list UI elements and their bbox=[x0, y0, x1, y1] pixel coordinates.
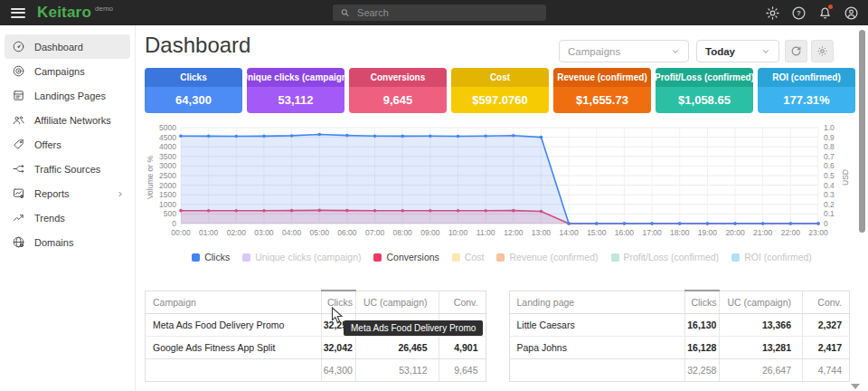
legend-item-clicks[interactable]: Clicks bbox=[192, 252, 230, 262]
sidebar-item-affiliate-networks[interactable]: Affiliate Networks bbox=[5, 108, 130, 132]
table-row[interactable]: Little Caesars 16,130 13,366 2,327 bbox=[509, 314, 850, 337]
svg-text:20:00: 20:00 bbox=[725, 228, 745, 237]
legend-swatch bbox=[496, 253, 505, 262]
legend-item-profit-loss[interactable]: Profit/Loss (confirmed) bbox=[611, 252, 720, 262]
sidebar-item-label: Domains bbox=[34, 237, 73, 248]
conv-value: 2,417 bbox=[803, 337, 850, 359]
legend-item-revenue[interactable]: Revenue (confirmed) bbox=[496, 252, 598, 262]
svg-text:08:00: 08:00 bbox=[393, 228, 413, 237]
svg-text:12:00: 12:00 bbox=[504, 228, 524, 237]
svg-text:0: 0 bbox=[824, 219, 828, 228]
svg-text:0.9: 0.9 bbox=[824, 133, 835, 142]
sidebar-item-domains[interactable]: Domains bbox=[5, 230, 130, 254]
campaigns-filter-select[interactable]: Campaigns bbox=[559, 40, 689, 62]
svg-text:0.6: 0.6 bbox=[824, 161, 835, 170]
table-row[interactable]: Papa Johns 16,128 13,281 2,417 bbox=[509, 337, 850, 359]
vertical-scrollbar[interactable] bbox=[859, 30, 865, 233]
sidebar-item-label: Dashboard bbox=[34, 42, 83, 52]
settings-gear-icon[interactable] bbox=[765, 5, 780, 21]
svg-text:17:00: 17:00 bbox=[642, 228, 662, 237]
col-header-uc[interactable]: UC (campaign) bbox=[355, 291, 439, 314]
svg-text:0: 0 bbox=[172, 219, 176, 228]
stat-card-value: 177.31% bbox=[758, 87, 855, 113]
summary-tables: Campaign Clicks UC (campaign) Conv. Meta… bbox=[145, 290, 850, 382]
notification-dot bbox=[828, 5, 833, 9]
sidebar-item-trends[interactable]: Trends bbox=[5, 205, 130, 230]
svg-text:500: 500 bbox=[164, 209, 176, 218]
legend-item-conversions[interactable]: Conversions bbox=[373, 252, 439, 262]
stat-card-value: $1,655.73 bbox=[553, 87, 651, 113]
scroll-down-icon[interactable] bbox=[851, 384, 860, 389]
campaigns-filter-value: Campaigns bbox=[568, 46, 620, 57]
sidebar-item-label: Offers bbox=[34, 139, 61, 150]
svg-text:03:00: 03:00 bbox=[254, 228, 274, 237]
legend-label: Unique clicks (campaign) bbox=[255, 252, 361, 262]
svg-text:15:00: 15:00 bbox=[587, 228, 607, 237]
svg-text:07:00: 07:00 bbox=[365, 228, 385, 237]
col-header-uc[interactable]: UC (campaign) bbox=[720, 291, 803, 314]
legend-item-roi[interactable]: ROI (confirmed) bbox=[731, 252, 812, 262]
landing-page-name[interactable]: Papa Johns bbox=[509, 337, 685, 359]
menu-toggle-icon[interactable] bbox=[11, 5, 25, 20]
svg-text:3000: 3000 bbox=[159, 161, 176, 170]
app-logo[interactable]: Keitaro bbox=[37, 4, 91, 22]
stat-card-value: $597.0760 bbox=[451, 87, 549, 113]
sidebar-item-reports[interactable]: Reports › bbox=[5, 181, 130, 205]
stat-card-unique-clicks: Unique clicks (campaign) 53,112 bbox=[247, 68, 344, 113]
stat-card-label: ROI (confirmed) bbox=[758, 68, 855, 87]
legend-swatch bbox=[373, 253, 382, 262]
table-totals-row: 64,300 53,112 9,645 bbox=[146, 359, 486, 382]
svg-text:1500: 1500 bbox=[159, 190, 176, 199]
table-row[interactable]: Google Ads Fitness App Split 32,042 26,4… bbox=[146, 337, 486, 359]
conv-total: 9,645 bbox=[439, 359, 486, 382]
sidebar-item-campaigns[interactable]: Campaigns bbox=[5, 59, 130, 83]
dashboard-gauge-icon bbox=[12, 40, 25, 53]
legend-item-cost[interactable]: Cost bbox=[452, 252, 485, 262]
sidebar-item-dashboard[interactable]: Dashboard bbox=[5, 34, 130, 59]
stat-cards-row: Clicks 64,300 Unique clicks (campaign) 5… bbox=[145, 68, 855, 113]
col-header-conv[interactable]: Conv. bbox=[439, 291, 486, 314]
pages-icon bbox=[12, 89, 25, 102]
stat-card-clicks: Clicks 64,300 bbox=[145, 68, 242, 113]
refresh-button[interactable] bbox=[785, 40, 807, 62]
date-range-select[interactable]: Today bbox=[696, 40, 779, 62]
sidebar-item-traffic-sources[interactable]: Traffic Sources bbox=[5, 157, 130, 181]
campaign-name[interactable]: Google Ads Fitness App Split bbox=[146, 337, 322, 359]
dashboard-settings-button[interactable] bbox=[811, 40, 834, 62]
help-icon[interactable]: ? bbox=[791, 5, 807, 21]
sidebar-item-landings-pages[interactable]: Landings Pages bbox=[5, 83, 130, 108]
landing-page-name[interactable]: Little Caesars bbox=[509, 314, 685, 337]
col-header-conv[interactable]: Conv. bbox=[803, 291, 850, 314]
svg-text:0.2: 0.2 bbox=[824, 200, 835, 209]
col-header-clicks[interactable]: Clicks bbox=[321, 291, 355, 314]
legend-swatch bbox=[611, 253, 619, 262]
notifications-bell-icon[interactable] bbox=[817, 5, 833, 21]
uc-value: 26,465 bbox=[355, 337, 439, 359]
svg-text:06:00: 06:00 bbox=[337, 228, 357, 237]
campaign-name[interactable]: Meta Ads Food Delivery Promo bbox=[146, 314, 322, 337]
stat-card-label: Revenue (confirmed) bbox=[553, 68, 651, 87]
account-icon[interactable] bbox=[844, 5, 859, 21]
col-header-landing-page[interactable]: Landing page bbox=[509, 291, 685, 314]
uc-total: 26,647 bbox=[720, 359, 803, 382]
legend-label: Conversions bbox=[386, 252, 439, 262]
refresh-icon bbox=[790, 45, 802, 57]
legend-item-unique-clicks[interactable]: Unique clicks (campaign) bbox=[242, 252, 361, 262]
hover-tooltip: Meta Ads Food Delivery Promo bbox=[344, 320, 483, 336]
chevron-right-icon: › bbox=[118, 187, 122, 199]
date-range-value: Today bbox=[705, 46, 735, 57]
people-icon bbox=[12, 113, 25, 127]
svg-text:04:00: 04:00 bbox=[282, 228, 302, 237]
svg-text:5000: 5000 bbox=[159, 123, 176, 132]
svg-text:21:00: 21:00 bbox=[753, 228, 773, 237]
chevron-down-icon bbox=[761, 47, 770, 56]
svg-text:00:00: 00:00 bbox=[171, 228, 191, 237]
svg-text:0.7: 0.7 bbox=[824, 152, 835, 161]
global-search[interactable] bbox=[333, 5, 546, 21]
sidebar-item-offers[interactable]: Offers bbox=[5, 132, 130, 157]
col-header-clicks[interactable]: Clicks bbox=[685, 291, 720, 314]
col-header-campaign[interactable]: Campaign bbox=[146, 291, 322, 314]
search-input[interactable] bbox=[355, 6, 539, 19]
landing-pages-table: Landing page Clicks UC (campaign) Conv. … bbox=[509, 290, 851, 382]
campaigns-table: Campaign Clicks UC (campaign) Conv. Meta… bbox=[145, 290, 486, 382]
